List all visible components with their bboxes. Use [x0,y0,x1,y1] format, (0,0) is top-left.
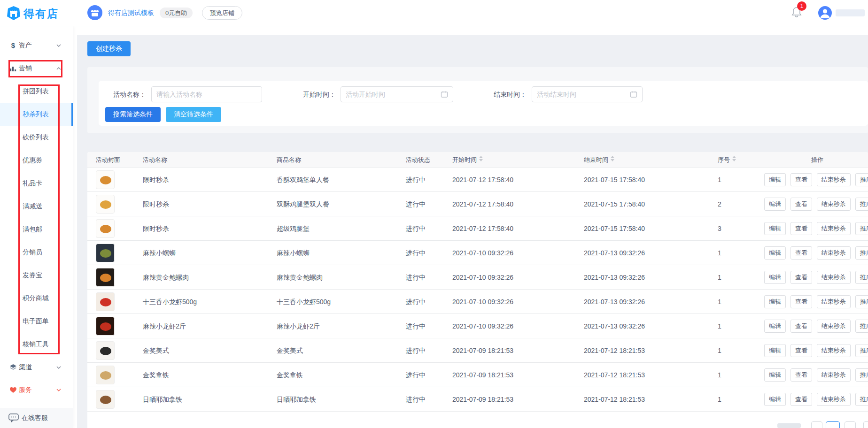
pagination-prev-button[interactable] [811,421,822,428]
sidebar-item-marketing[interactable]: 营销 [0,59,73,78]
cell-actions: 编辑 查看 结束秒杀 推广 [764,368,868,382]
chevron-up-icon [56,66,62,71]
edit-button[interactable]: 编辑 [764,173,786,186]
sidebar-submenu-item[interactable]: 满减送 [0,195,73,218]
cover-image [96,268,115,287]
promote-button[interactable]: 推广 [855,173,868,186]
promote-button[interactable]: 推广 [855,246,868,260]
edit-button[interactable]: 编辑 [764,368,786,382]
preview-store-button[interactable]: 预览店铺 [202,6,242,20]
cell-activity-name: 十三香小龙虾500g [143,290,197,314]
cell-end-time: 2021-07-12 18:21:53 [584,387,645,412]
start-time-input[interactable] [341,86,453,102]
cell-status: 进行中 [406,338,426,363]
cell-product-name: 十三香小龙虾500g [277,290,331,314]
view-button[interactable]: 查看 [790,344,812,357]
edit-button[interactable]: 编辑 [764,271,786,284]
cell-status: 进行中 [406,363,426,387]
sidebar-submenu-item[interactable]: 电子面单 [0,310,73,333]
col-header-start[interactable]: 开始时间 [452,152,483,168]
cell-end-time: 2021-07-12 18:21:53 [584,338,645,363]
view-button[interactable]: 查看 [790,173,812,186]
end-seckill-button[interactable]: 结束秒杀 [817,368,851,382]
user-avatar[interactable] [818,6,832,20]
end-time-input[interactable] [532,86,643,102]
promote-button[interactable]: 推广 [855,368,868,382]
pagination-page-1-button[interactable] [826,421,840,428]
cell-activity-name: 金奖拿铁 [143,363,169,387]
online-support-button[interactable]: 在线客服 [0,408,73,428]
cell-start-time: 2021-07-10 09:32:26 [452,265,513,290]
col-header-seq[interactable]: 序号 [718,152,736,168]
end-seckill-button[interactable]: 结束秒杀 [817,393,851,406]
edit-button[interactable]: 编辑 [764,320,786,333]
cover-image-subject [100,249,111,258]
edit-button[interactable]: 编辑 [764,295,786,308]
promote-button[interactable]: 推广 [855,271,868,284]
sidebar-submenu-item[interactable]: 积分商城 [0,287,73,310]
cell-product-name: 金奖美式 [277,338,303,363]
view-button[interactable]: 查看 [790,320,812,333]
end-seckill-button[interactable]: 结束秒杀 [817,271,851,284]
cell-actions: 编辑 查看 结束秒杀 推广 [764,246,868,260]
sort-icon[interactable] [611,155,614,162]
cell-product-name: 超级鸡腿堡 [277,216,310,241]
edit-button[interactable]: 编辑 [764,393,786,406]
end-seckill-button[interactable]: 结束秒杀 [817,198,851,211]
promote-button[interactable]: 推广 [855,393,868,406]
promote-button[interactable]: 推广 [855,198,868,211]
sidebar-nav: $ 资产 营销 拼团列表秒杀列表砍价列表优惠券礼品卡满减送满包邮分销员发券宝积分… [0,26,73,428]
end-seckill-button[interactable]: 结束秒杀 [817,246,851,260]
cell-status: 进行中 [406,216,426,241]
view-button[interactable]: 查看 [790,271,812,284]
cell-activity-name: 限时秒杀 [143,168,169,192]
end-seckill-button[interactable]: 结束秒杀 [817,320,851,333]
end-seckill-button[interactable]: 结束秒杀 [817,173,851,186]
search-filter-button[interactable]: 搜索筛选条件 [105,107,161,122]
cover-image-subject [100,225,111,233]
cell-product-name: 金奖拿铁 [277,363,303,387]
promote-button[interactable]: 推广 [855,344,868,357]
clear-filter-button[interactable]: 清空筛选条件 [166,107,221,122]
sidebar-submenu-item[interactable]: 核销工具 [0,333,73,356]
sidebar-item-assets[interactable]: $ 资产 [0,36,73,55]
col-header-end[interactable]: 结束时间 [584,152,614,168]
sidebar-submenu-item[interactable]: 拼团列表 [0,80,73,103]
end-seckill-button[interactable]: 结束秒杀 [817,222,851,235]
content-top-strip [73,26,868,35]
sort-icon[interactable] [732,155,736,162]
edit-button[interactable]: 编辑 [764,222,786,235]
sidebar-submenu-item[interactable]: 满包邮 [0,218,73,241]
end-seckill-button[interactable]: 结束秒杀 [817,344,851,357]
view-button[interactable]: 查看 [790,198,812,211]
view-button[interactable]: 查看 [790,222,812,235]
dollar-icon: $ [9,42,17,49]
view-button[interactable]: 查看 [790,393,812,406]
edit-button[interactable]: 编辑 [764,344,786,357]
edit-button[interactable]: 编辑 [764,246,786,260]
view-button[interactable]: 查看 [790,246,812,260]
sidebar-submenu-item[interactable]: 分销员 [0,241,73,264]
sidebar-submenu-item[interactable]: 优惠券 [0,149,73,172]
pagination-next-button[interactable] [863,421,868,428]
promote-button[interactable]: 推广 [855,320,868,333]
sidebar-submenu-item[interactable]: 秒杀列表 [0,103,73,126]
create-seckill-button[interactable]: 创建秒杀 [87,41,131,56]
end-seckill-button[interactable]: 结束秒杀 [817,295,851,308]
sidebar-submenu-item[interactable]: 礼品卡 [0,172,73,195]
sidebar-submenu-item[interactable]: 砍价列表 [0,126,73,149]
promote-button[interactable]: 推广 [855,222,868,235]
promote-button[interactable]: 推广 [855,295,868,308]
sort-icon[interactable] [479,155,483,162]
cell-activity-name: 麻辣小螺蛳 [143,241,176,265]
sidebar-item-service[interactable]: 服务 [0,381,73,399]
view-button[interactable]: 查看 [790,295,812,308]
edit-button[interactable]: 编辑 [764,198,786,211]
sidebar-submenu-item[interactable]: 发券宝 [0,264,73,287]
cover-image [96,170,115,189]
pagination-page-2-button[interactable] [845,421,856,428]
store-name[interactable]: 得有店测试模板 [108,9,154,17]
view-button[interactable]: 查看 [790,368,812,382]
activity-name-input[interactable] [151,86,262,102]
sidebar-item-channel[interactable]: 渠道 [0,358,73,377]
